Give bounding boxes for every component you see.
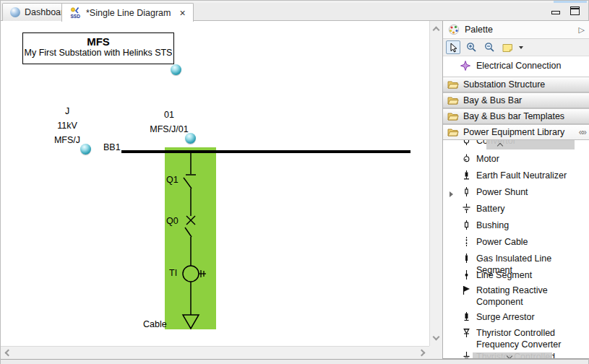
item-label: Motor bbox=[476, 153, 499, 165]
item-label: Power Cable bbox=[476, 236, 528, 248]
tab-sld-label: *Single Line Diagram bbox=[86, 8, 171, 18]
application-window: Dashboard SSD *Single Line Diagram × bbox=[0, 0, 589, 364]
tab-single-line-diagram[interactable]: SSD *Single Line Diagram × bbox=[61, 3, 194, 22]
bushing-icon bbox=[462, 220, 471, 230]
electrical-connection-icon bbox=[460, 61, 470, 71]
palette-item-electrical-connection[interactable]: Electrical Connection bbox=[443, 56, 589, 74]
list-scroll-down-overlay[interactable] bbox=[473, 352, 552, 358]
palette-title: Palette bbox=[465, 25, 493, 35]
breaker-label[interactable]: Q0 bbox=[166, 216, 179, 226]
palette-header[interactable]: Palette ▷ bbox=[443, 21, 589, 39]
electrical-connection-label: Electrical Connection bbox=[476, 61, 561, 71]
list-item-power-shunt[interactable]: Power Shunt bbox=[443, 186, 589, 198]
decorator-sphere-icon bbox=[171, 64, 181, 75]
cable-label[interactable]: Cable bbox=[143, 319, 167, 329]
canvas-vertical-scrollbar[interactable] bbox=[429, 21, 442, 346]
scrollbar-corner bbox=[429, 346, 442, 359]
rotating-reactive-component-icon bbox=[462, 285, 471, 295]
zoom-out-button[interactable] bbox=[482, 40, 496, 54]
folder-open-icon bbox=[447, 112, 459, 121]
palette-panel: Palette ▷ bbox=[442, 21, 589, 359]
group-label: Power Equipment Library bbox=[463, 127, 564, 137]
item-label: Bushing bbox=[476, 220, 509, 231]
close-icon[interactable]: × bbox=[179, 8, 185, 18]
select-arrow-icon bbox=[449, 43, 458, 53]
maximize-icon[interactable] bbox=[570, 6, 580, 15]
convertor-icon bbox=[462, 140, 471, 145]
line-segment-icon bbox=[462, 270, 471, 280]
power-cable-icon bbox=[462, 237, 471, 246]
decorator-sphere-icon bbox=[80, 144, 91, 155]
busbar-label[interactable]: BB1 bbox=[103, 142, 121, 152]
vlevel-voltage: 11kV bbox=[42, 118, 93, 133]
ssd-diagram-icon: SSD bbox=[69, 6, 82, 19]
list-scroll-up-overlay[interactable] bbox=[486, 140, 575, 150]
item-label: Rotating Reactive Component bbox=[476, 285, 582, 308]
surge-arrestor-icon bbox=[462, 312, 471, 321]
note-icon bbox=[502, 43, 514, 53]
list-scroll-down-icon bbox=[507, 353, 512, 358]
thyristor-frequency-converter-icon bbox=[462, 328, 471, 337]
group-bay-bus-bar-templates[interactable]: Bay & Bus bar Templates bbox=[443, 108, 589, 124]
list-item-thyristor-controlled-frequency-converter[interactable]: Thyristor Controlled Frequency Converter bbox=[443, 327, 589, 350]
group-power-equipment-library[interactable]: Power Equipment Library «» bbox=[443, 124, 589, 140]
palette-toolbar bbox=[443, 39, 589, 56]
item-label: Power Shunt bbox=[476, 186, 528, 198]
svg-text:SSD: SSD bbox=[71, 14, 81, 19]
decorator-sphere-icon bbox=[185, 133, 196, 144]
group-label: Substation Structure bbox=[463, 79, 545, 90]
list-item-power-cable[interactable]: Power Cable bbox=[443, 236, 589, 248]
disconnector-label[interactable]: Q1 bbox=[166, 175, 179, 185]
zoom-out-icon bbox=[484, 42, 495, 53]
ct-label[interactable]: TI bbox=[169, 268, 177, 278]
palette-expand-icon[interactable]: ▷ bbox=[579, 25, 585, 35]
thyristor-reactive-icon bbox=[462, 352, 471, 358]
editor-tabbar: Dashboard SSD *Single Line Diagram × bbox=[1, 3, 588, 21]
list-item-motor[interactable]: Motor bbox=[443, 153, 589, 165]
minimize-icon[interactable] bbox=[551, 11, 560, 14]
expand-arrow-icon[interactable] bbox=[450, 191, 453, 197]
substation-title-box[interactable]: MFS My First Substation with Helinks STS bbox=[22, 32, 174, 64]
scroll-up-icon[interactable] bbox=[433, 27, 440, 34]
busbar-line bbox=[121, 150, 410, 153]
substation-description: My First Substation with Helinks STS bbox=[23, 48, 173, 58]
list-item-rotating-reactive-component[interactable]: Rotating Reactive Component bbox=[443, 285, 589, 308]
vlevel-name: J bbox=[42, 104, 93, 118]
battery-icon bbox=[462, 204, 471, 213]
bottom-panel-edge bbox=[1, 359, 588, 364]
list-item-earth-fault-neutralizer[interactable]: Earth Fault Neutralizer bbox=[443, 170, 589, 181]
scroll-down-icon[interactable] bbox=[433, 334, 440, 341]
voltage-level-label[interactable]: J 11kV MFS/J bbox=[42, 104, 93, 147]
folder-open-icon bbox=[447, 96, 459, 105]
item-label: Surge Arrestor bbox=[476, 311, 535, 323]
palette-icon bbox=[448, 24, 460, 35]
folder-open-icon bbox=[447, 80, 459, 89]
bay-label[interactable]: 01 MFS/J/01 bbox=[144, 108, 194, 136]
canvas-horizontal-scrollbar[interactable] bbox=[1, 346, 429, 359]
diagram-canvas[interactable]: MFS My First Substation with Helinks STS… bbox=[1, 21, 429, 346]
group-bay-bus-bar[interactable]: Bay & Bus Bar bbox=[443, 92, 589, 108]
group-label: Bay & Bus Bar bbox=[463, 95, 522, 105]
list-item-battery[interactable]: Battery bbox=[443, 203, 589, 214]
scroll-left-icon[interactable] bbox=[5, 350, 12, 357]
bay-name: 01 bbox=[144, 108, 194, 122]
note-tool-button[interactable] bbox=[500, 40, 515, 54]
group-substation-structure[interactable]: Substation Structure bbox=[443, 77, 589, 92]
select-tool-button[interactable] bbox=[446, 40, 460, 54]
list-item-bushing[interactable]: Bushing bbox=[443, 220, 589, 231]
list-item-surge-arrestor[interactable]: Surge Arrestor bbox=[443, 311, 589, 323]
collapse-panel-icon[interactable]: «» bbox=[579, 127, 585, 137]
note-dropdown-icon[interactable] bbox=[519, 46, 523, 49]
dashboard-icon bbox=[10, 7, 20, 17]
item-label: Thyristor Controlled Frequency Converter bbox=[476, 327, 582, 350]
list-item-line-segment[interactable]: Line Segment bbox=[443, 269, 589, 281]
folder-open-icon bbox=[447, 128, 459, 136]
item-label: Line Segment bbox=[476, 269, 532, 281]
power-shunt-icon bbox=[462, 187, 471, 196]
zoom-in-button[interactable] bbox=[464, 40, 478, 54]
view-controls bbox=[551, 6, 580, 15]
scroll-right-icon[interactable] bbox=[418, 350, 426, 357]
earth-fault-neutralizer-icon bbox=[462, 170, 471, 180]
list-scroll-up-icon bbox=[497, 143, 503, 149]
motor-icon bbox=[462, 154, 471, 163]
